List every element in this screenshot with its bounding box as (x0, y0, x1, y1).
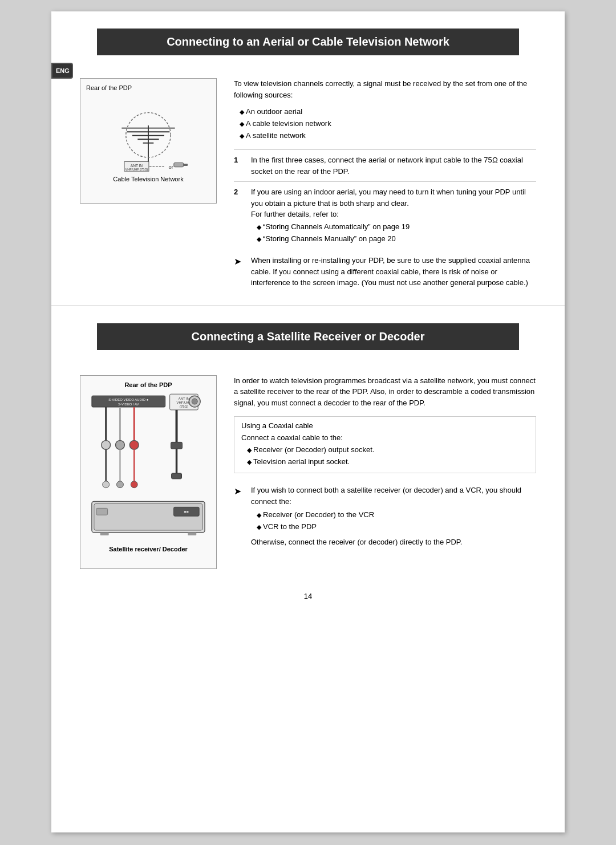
bullet-cable: A cable television network (240, 118, 536, 130)
svg-text:■■: ■■ (184, 510, 188, 514)
numbered-item-2-text: If you are using an indoor aerial, you m… (251, 188, 526, 208)
numbered-item-1: 1 In the first three cases, connect the … (234, 149, 536, 181)
aerial-diagram: Rear of the PDP ANT IN (80, 78, 217, 204)
section1-header-wrap: Connecting to an Aerial or Cable Televis… (51, 11, 565, 61)
svg-point-37 (131, 481, 137, 488)
sat-note-text: If you wish to connect both a satellite … (251, 486, 521, 506)
satellite-diagram-svg: S-VIDEO VIDEO AUDIO ● S-VIDEO / AV ANT I… (86, 391, 210, 545)
section2-content-area: Rear of the PDP S-VIDEO VIDEO AUDIO ● S-… (51, 356, 565, 586)
svg-rect-39 (172, 473, 182, 479)
sat-note-content: If you wish to connect both a satellite … (251, 485, 536, 547)
svg-point-27 (116, 440, 125, 449)
section2-note: ➤ If you wish to connect both a satellit… (234, 479, 536, 553)
numbered-item-1-text: In the first three cases, connect the ae… (251, 155, 536, 177)
svg-text:or: or (168, 164, 173, 170)
refer-list: “Storing Channels Automatically” on page… (251, 221, 536, 245)
section2-intro: In order to watch television programmes … (234, 375, 536, 409)
aerial-diagram-svg: ANT IN VHF/UHF (75Ω) or (86, 94, 210, 173)
coaxial-bullets: Receiver (or Decoder) output socket. Tel… (241, 444, 529, 468)
svg-text:S-VIDEO  VIDEO  AUDIO ●: S-VIDEO VIDEO AUDIO ● (108, 398, 148, 401)
numbered-item-2-content: If you are using an indoor aerial, you m… (251, 186, 536, 245)
svg-text:(75Ω): (75Ω) (180, 405, 188, 408)
coaxial-title: Using a Coaxial cable (241, 421, 529, 430)
svg-text:ANT IN: ANT IN (179, 397, 189, 400)
note-arrow-icon: ➤ (234, 255, 244, 269)
numbered-item-2: 2 If you are using an indoor aerial, you… (234, 181, 536, 249)
note-text: When installing or re-installing your PD… (251, 255, 536, 289)
svg-rect-42 (96, 508, 108, 515)
svg-point-23 (192, 399, 197, 404)
svg-rect-14 (184, 164, 188, 166)
num-2: 2 (234, 186, 244, 198)
sat-rear-label: Rear of the PDP (86, 381, 210, 388)
section1-bullets: An outdoor aerial A cable television net… (234, 106, 536, 141)
section1-note: ➤ When installing or re-installing your … (234, 249, 536, 294)
num-1: 1 (234, 155, 244, 166)
svg-point-33 (103, 481, 110, 488)
svg-text:ANT IN: ANT IN (131, 164, 143, 168)
bullet-aerial: An outdoor aerial (240, 106, 536, 118)
svg-rect-31 (171, 442, 183, 449)
sat-note-arrow-icon: ➤ (234, 485, 244, 498)
cable-tv-network-label: Cable Television Network (86, 176, 210, 182)
refer-to-label: For further details, refer to: (251, 210, 339, 218)
coaxial-bullet-2: Television aerial input socket. (247, 456, 529, 468)
page: ENG Connecting to an Aerial or Cable Tel… (51, 11, 565, 832)
sat-note-bullets: Receiver (or Decoder) to the VCR VCR to … (251, 509, 536, 533)
satellite-diagram: Rear of the PDP S-VIDEO VIDEO AUDIO ● S-… (80, 375, 217, 569)
sat-note2-text: Otherwise, connect the receiver (or deco… (251, 537, 536, 548)
section1-title: Connecting to an Aerial or Cable Televis… (97, 29, 519, 55)
bullet-satellite: A satellite network (240, 130, 536, 142)
svg-text:S-VIDEO / AV: S-VIDEO / AV (118, 403, 139, 406)
eng-badge: ENG (51, 63, 73, 79)
section1-content-area: Rear of the PDP ANT IN (51, 61, 565, 306)
svg-rect-45 (100, 533, 109, 535)
svg-rect-13 (174, 162, 184, 166)
coaxial-bullet-1: Receiver (or Decoder) output socket. (247, 444, 529, 456)
section2-right-content: In order to watch television programmes … (234, 375, 536, 569)
page-number: 14 (51, 586, 565, 606)
sat-note-bullet-2: VCR to the PDP (257, 521, 536, 533)
refer-item-2: “Storing Channels Manually” on page 20 (257, 233, 536, 245)
svg-text:VHF/UHF (75Ω): VHF/UHF (75Ω) (125, 168, 148, 171)
svg-rect-46 (188, 533, 196, 535)
sat-note-bullet-1: Receiver (or Decoder) to the VCR (257, 509, 536, 521)
svg-point-25 (102, 440, 111, 449)
section1-intro: To view television channels correctly, a… (234, 78, 536, 100)
section1-right-content: To view television channels correctly, a… (234, 78, 536, 294)
coaxial-box: Using a Coaxial cable Connect a coaxial … (234, 416, 536, 473)
rear-pdp-label: Rear of the PDP (86, 84, 210, 91)
coaxial-intro-text: Connect a coaxial cable to the: (241, 433, 529, 442)
svg-point-35 (117, 481, 124, 488)
section2-header-wrap: Connecting a Satellite Receiver or Decod… (51, 318, 565, 356)
section2-title: Connecting a Satellite Receiver or Decod… (97, 323, 519, 350)
section1-numbered: 1 In the first three cases, connect the … (234, 149, 536, 249)
svg-point-29 (129, 440, 139, 449)
sat-receiver-label: Satellite receiver/ Decoder (86, 546, 210, 552)
refer-item-1: “Storing Channels Automatically” on page… (257, 221, 536, 233)
